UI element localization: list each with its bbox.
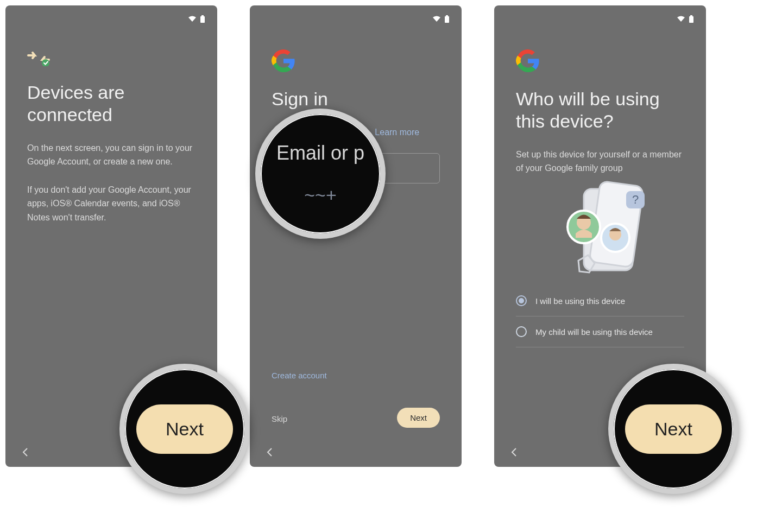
zoom-email-placeholder: Email or p bbox=[276, 141, 364, 164]
next-button[interactable]: Next bbox=[625, 404, 722, 454]
screen-sign-in: Sign in with your Google Account. Learn … bbox=[250, 5, 462, 467]
status-bar bbox=[677, 15, 694, 23]
devices-connected-icon bbox=[27, 49, 49, 65]
back-button[interactable] bbox=[510, 446, 517, 460]
google-logo-icon bbox=[516, 49, 540, 73]
page-title: Who will be using this device? bbox=[516, 88, 684, 132]
page-title: Sign in bbox=[272, 88, 440, 110]
learn-more-link[interactable]: Learn more bbox=[375, 128, 419, 137]
radio-icon bbox=[516, 326, 527, 337]
radio-icon bbox=[516, 295, 527, 306]
svg-text:?: ? bbox=[632, 193, 639, 206]
family-illustration-icon: ? bbox=[546, 179, 654, 282]
magnifier-next-button: Next bbox=[608, 364, 739, 494]
wifi-icon bbox=[677, 16, 685, 22]
radio-label: My child will be using this device bbox=[535, 327, 653, 337]
back-button[interactable] bbox=[266, 446, 273, 460]
wifi-icon bbox=[432, 16, 441, 22]
screen-who-using: Who will be using this device? Set up th… bbox=[494, 5, 706, 467]
status-bar bbox=[188, 15, 205, 23]
svg-rect-0 bbox=[201, 15, 204, 16]
next-button[interactable]: Next bbox=[136, 404, 233, 454]
battery-icon bbox=[689, 15, 694, 23]
subtitle: Set up this device for yourself or a mem… bbox=[516, 148, 684, 175]
body-paragraph-1: On the next screen, you can sign in to y… bbox=[27, 141, 195, 169]
radio-option-self[interactable]: I will be using this device bbox=[516, 286, 684, 316]
magnifier-email-input: Email or p ~~+ bbox=[255, 109, 386, 239]
radio-label: I will be using this device bbox=[535, 296, 625, 306]
page-title: Devices are connected bbox=[27, 81, 195, 126]
zoom-cut-text: ~~+ bbox=[304, 184, 337, 206]
svg-rect-1 bbox=[200, 16, 205, 23]
battery-icon bbox=[444, 15, 450, 23]
next-button[interactable]: Next bbox=[397, 408, 440, 428]
skip-link[interactable]: Skip bbox=[272, 414, 287, 423]
battery-icon bbox=[200, 15, 205, 23]
wifi-icon bbox=[188, 16, 197, 22]
svg-rect-5 bbox=[690, 15, 692, 16]
screen-devices-connected: Devices are connected On the next screen… bbox=[5, 5, 217, 467]
svg-rect-6 bbox=[689, 16, 693, 23]
svg-rect-4 bbox=[445, 16, 449, 23]
user-type-radio-group: I will be using this device My child wil… bbox=[516, 286, 684, 347]
status-bar bbox=[432, 15, 450, 23]
create-account-link[interactable]: Create account bbox=[272, 371, 327, 380]
svg-rect-3 bbox=[446, 15, 448, 16]
radio-option-child[interactable]: My child will be using this device bbox=[516, 316, 684, 347]
magnifier-next-button: Next bbox=[119, 364, 250, 494]
back-button[interactable] bbox=[22, 446, 28, 460]
google-logo-icon bbox=[272, 49, 295, 73]
body-paragraph-2: If you don't add your Google Account, yo… bbox=[27, 183, 195, 225]
